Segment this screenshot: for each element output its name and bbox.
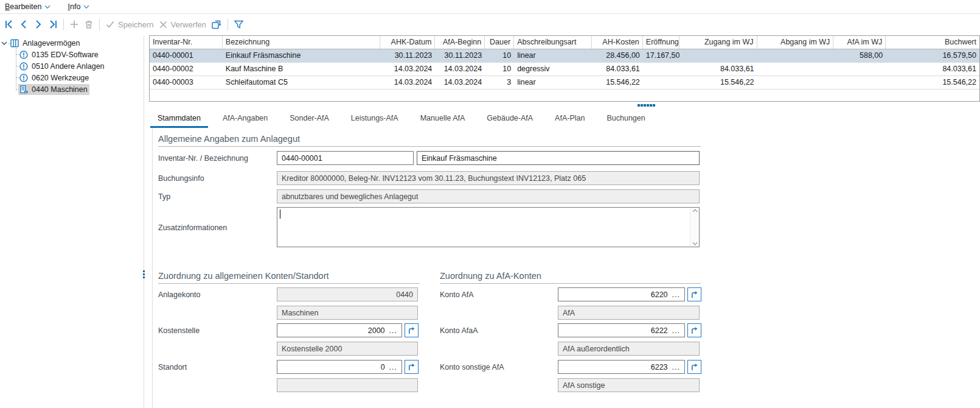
- section-title-general: Allgemeine Angaben zum Anlagegut: [158, 134, 300, 144]
- filter-button[interactable]: [231, 18, 246, 31]
- table-cell: 14.03.2024: [435, 63, 485, 76]
- bezeichnung-input[interactable]: Einkauf Fräsmaschine: [417, 151, 700, 165]
- kostenstelle-jump-button[interactable]: [405, 323, 419, 337]
- toolbar-separator: [63, 19, 64, 30]
- switch-view-button[interactable]: [209, 18, 224, 32]
- sidebar-item-0440-maschinen[interactable]: 0440 Maschinen: [18, 83, 89, 95]
- asset-tree: Anlagevermögen 0135 EDV-Software 0510 An…: [0, 35, 144, 408]
- add-button[interactable]: [67, 18, 82, 31]
- table-cell: 28.456,00: [592, 49, 643, 62]
- column-header-abgang-im-wj[interactable]: Abgang im WJ: [757, 36, 834, 49]
- table-splitter-handle[interactable]: [638, 104, 655, 107]
- column-header-inventar-nr[interactable]: Inventar-Nr.: [150, 36, 223, 49]
- warning-circle-icon: [19, 73, 29, 83]
- table-cell: Kauf Maschine B: [223, 63, 381, 76]
- lookup-ellipsis[interactable]: ...: [389, 363, 397, 371]
- table-cell: 15.546,22: [886, 76, 979, 89]
- jump-arrow-icon: [690, 326, 699, 335]
- menu-bar: Bearbeiten Info: [0, 0, 980, 14]
- tab-gebäude-afa[interactable]: Gebäude-AfA: [479, 113, 540, 126]
- table-row[interactable]: 0440-00001Einkauf Fräsmaschine30.11.2023…: [150, 49, 979, 63]
- previous-record-icon: [19, 19, 29, 29]
- column-header-afa-beginn[interactable]: AfA-Beginn: [435, 36, 485, 49]
- column-header-ahk-datum[interactable]: AHK-Datum: [380, 36, 435, 49]
- menu-label: Bearbeiten: [5, 2, 41, 11]
- konto-sonstige-afa-jump-button[interactable]: [687, 360, 701, 374]
- kostenstelle-input[interactable]: 2000...: [277, 323, 402, 337]
- lookup-ellipsis[interactable]: ...: [389, 326, 397, 335]
- table-cell: 15.546,22: [679, 76, 757, 89]
- konto-afa-input[interactable]: 6220...: [558, 287, 685, 301]
- warning-circle-icon: [19, 50, 29, 60]
- panel-splitter-handle[interactable]: [142, 270, 145, 278]
- menu-item-info[interactable]: Info: [68, 2, 89, 11]
- previous-record-button[interactable]: [16, 18, 31, 31]
- sidebar-item-0510-andere-anlagen[interactable]: 0510 Andere Anlagen: [18, 60, 106, 72]
- table-cell: Einkauf Fräsmaschine: [223, 49, 381, 62]
- konto-afa-jump-button[interactable]: [687, 287, 701, 301]
- sidebar-item-0135-edv-software[interactable]: 0135 EDV-Software: [18, 49, 100, 60]
- save-button[interactable]: Speichern: [103, 18, 156, 31]
- discard-button[interactable]: Verwerfen: [156, 18, 209, 31]
- table-header-row: Inventar-Nr.BezeichnungAHK-DatumAfA-Begi…: [150, 36, 979, 49]
- discard-button-label: Verwerfen: [171, 20, 207, 29]
- last-record-icon: [48, 19, 58, 29]
- column-header-abschreibungsart[interactable]: Abschreibungsart: [514, 36, 592, 49]
- plus-icon: [69, 19, 79, 29]
- close-icon: [159, 20, 168, 29]
- inventar-label: Inventar-Nr. / Bezeichnung: [158, 154, 248, 163]
- column-header-afa-im-wj[interactable]: AfA im WJ: [833, 36, 886, 49]
- table-row[interactable]: 0440-00003Schleifautomat C514.03.202414.…: [150, 76, 979, 90]
- lookup-ellipsis[interactable]: ...: [672, 363, 680, 371]
- lookup-ellipsis[interactable]: ...: [672, 326, 680, 335]
- toolbar-separator: [228, 19, 228, 30]
- inventar-nr-input[interactable]: 0440-00001: [277, 151, 414, 165]
- konto-afaa-input[interactable]: 6222...: [558, 323, 685, 337]
- next-record-icon: [33, 19, 43, 29]
- panel-splitter[interactable]: [144, 35, 144, 408]
- tab-stammdaten[interactable]: Stammdaten: [150, 113, 208, 126]
- tree-expand-icon[interactable]: [1, 41, 7, 46]
- delete-button[interactable]: [82, 18, 96, 31]
- zusatzinformationen-label: Zusatzinformationen: [158, 223, 227, 232]
- table-cell: [679, 49, 757, 62]
- column-header-dauer[interactable]: Dauer: [485, 36, 514, 49]
- tab-buchungen[interactable]: Buchungen: [599, 113, 652, 126]
- lookup-ellipsis[interactable]: ...: [672, 290, 680, 299]
- standort-label: Standort: [158, 363, 187, 371]
- column-header-buchwert[interactable]: Buchwert: [886, 36, 979, 49]
- table-cell: [833, 76, 886, 89]
- column-header-eröffnung[interactable]: Eröffnung: [643, 36, 679, 49]
- sidebar-item-0620-werkzeuge[interactable]: 0620 Werkzeuge: [18, 72, 91, 83]
- first-record-button[interactable]: [2, 18, 16, 31]
- tab-sonder-afa[interactable]: Sonder-AfA: [282, 113, 336, 126]
- column-header-ah-kosten[interactable]: AH-Kosten: [592, 36, 643, 49]
- menu-item-bearbeiten[interactable]: Bearbeiten: [5, 2, 50, 11]
- filter-icon: [234, 19, 244, 29]
- trash-icon: [84, 19, 94, 29]
- zusatzinformationen-textarea[interactable]: [277, 207, 700, 247]
- tree-root-row[interactable]: Anlagevermögen: [1, 37, 80, 49]
- standort-name-field: [277, 378, 418, 392]
- column-header-zugang-im-wj[interactable]: Zugang im WJ: [679, 36, 757, 49]
- tab-manuelle-afa[interactable]: Manuelle AfA: [413, 113, 473, 126]
- next-record-button[interactable]: [31, 18, 46, 31]
- scroll-down-icon[interactable]: [692, 242, 698, 245]
- textarea-scrollbar[interactable]: [690, 208, 699, 247]
- konto-afaa-jump-button[interactable]: [687, 323, 701, 337]
- table-row[interactable]: 0440-00002Kauf Maschine B14.03.202414.03…: [150, 63, 979, 76]
- scroll-up-icon[interactable]: [692, 209, 698, 213]
- buchungsinfo-label: Buchungsinfo: [158, 174, 204, 183]
- standort-jump-button[interactable]: [405, 360, 419, 374]
- section-title-afa-konten: Zuordnung zu AfA-Konten: [440, 271, 541, 281]
- konto-sonstige-afa-input[interactable]: 6223...: [558, 360, 685, 374]
- standort-input[interactable]: 0...: [277, 360, 402, 374]
- column-header-bezeichnung[interactable]: Bezeichnung: [223, 36, 381, 49]
- switch-view-icon: [211, 19, 222, 30]
- tab-afa-plan[interactable]: AfA-Plan: [547, 113, 592, 126]
- menu-label: Info: [68, 2, 80, 11]
- last-record-button[interactable]: [46, 18, 60, 31]
- tab-afa-angaben[interactable]: AfA-Angaben: [215, 113, 275, 126]
- table-cell: 14.03.2024: [380, 76, 435, 89]
- tab-leistungs-afa[interactable]: Leistungs-AfA: [344, 113, 406, 126]
